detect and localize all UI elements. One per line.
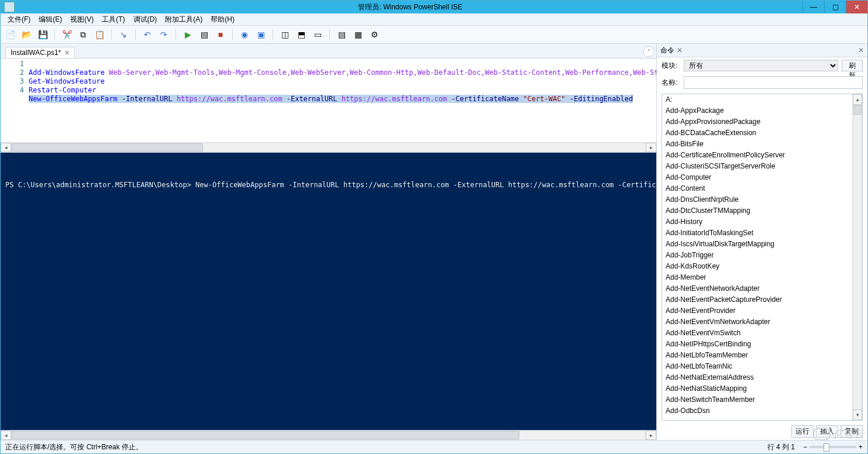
list-item[interactable]: Add-Computer	[662, 172, 852, 183]
tab-installwac[interactable]: InstallWAC.ps1* ✕	[5, 47, 75, 58]
tab-scroll-icon[interactable]: ˄	[643, 46, 654, 57]
list-item[interactable]: Add-ClusteriSCSITargetServerRole	[662, 161, 852, 172]
close-button[interactable]: ✕	[846, 1, 867, 13]
module-select[interactable]: 所有	[684, 60, 838, 71]
list-item[interactable]: Add-NetEventPacketCaptureProvider	[662, 294, 852, 305]
paste-icon[interactable]: 📋	[92, 27, 106, 42]
list-item[interactable]: Add-Content	[662, 183, 852, 194]
list-item[interactable]: Add-NetIPHttpsCertBinding	[662, 339, 852, 350]
scroll-right-icon[interactable]: ▸	[646, 143, 656, 152]
list-item[interactable]: Add-NetNatExternalAddress	[662, 372, 852, 383]
menu-t[interactable]: 工具(T)	[98, 13, 128, 25]
list-item[interactable]: Add-DnsClientNrptRule	[662, 194, 852, 205]
new-file-icon[interactable]: 📄	[3, 27, 17, 42]
breakpoint-icon[interactable]: ◉	[237, 27, 252, 42]
code-content[interactable]: Add-WindowsFeature Web-Server,Web-Mgmt-T…	[29, 59, 656, 142]
show-command-icon[interactable]: ▤	[335, 27, 349, 42]
list-item[interactable]: Add-NetLbfoTeamMember	[662, 350, 852, 361]
insert-button[interactable]: 插入	[816, 425, 838, 438]
run-selection-icon[interactable]: ▤	[197, 27, 211, 42]
list-item[interactable]: Add-History	[662, 216, 852, 228]
command-listbox[interactable]: A:Add-AppxPackageAdd-AppxProvisionedPack…	[662, 94, 852, 420]
layout-side-icon[interactable]: ◫	[278, 27, 292, 42]
separator	[54, 29, 55, 40]
menu-d[interactable]: 调试(D)	[130, 13, 161, 25]
scroll-down-icon[interactable]: ▾	[853, 410, 862, 420]
cut-icon[interactable]: ✂️	[60, 27, 74, 42]
zoom-slider[interactable]: − +	[803, 443, 863, 451]
list-item[interactable]: Add-Member	[662, 272, 852, 283]
list-item[interactable]: Add-CertificateEnrollmentPolicyServer	[662, 150, 852, 161]
menu-a[interactable]: 附加工具(A)	[161, 13, 206, 25]
list-item[interactable]: Add-KdsRootKey	[662, 261, 852, 272]
console-h-scrollbar[interactable]: ◂ ▸	[1, 430, 656, 440]
save-icon[interactable]: 💾	[36, 27, 50, 42]
show-addon-icon[interactable]: ▦	[351, 27, 365, 42]
name-label: 名称:	[662, 78, 680, 88]
menu-h[interactable]: 帮助(H)	[207, 13, 238, 25]
zoom-in-icon[interactable]: +	[859, 443, 863, 451]
clear-icon[interactable]: ↘	[116, 27, 130, 42]
code-editor[interactable]: 1234 Add-WindowsFeature Web-Server,Web-M…	[1, 59, 656, 142]
minimize-button[interactable]: —	[802, 1, 824, 13]
list-item[interactable]: Add-NetEventNetworkAdapter	[662, 283, 852, 294]
tab-close-icon[interactable]: ✕	[64, 49, 70, 57]
layout-full-icon[interactable]: ▭	[311, 27, 325, 42]
scroll-up-icon[interactable]: ▴	[853, 94, 862, 105]
list-item[interactable]: Add-JobTrigger	[662, 250, 852, 261]
tab-strip: InstallWAC.ps1* ✕ ˄	[1, 44, 656, 59]
copy-button[interactable]: 复制	[841, 425, 863, 438]
list-item[interactable]: Add-NetEventProvider	[662, 305, 852, 317]
list-item[interactable]: Add-NetEventVmNetworkAdapter	[662, 317, 852, 328]
list-item[interactable]: Add-NetNatStaticMapping	[662, 383, 852, 394]
app-icon	[4, 2, 15, 12]
menu-e[interactable]: 编辑(E)	[35, 13, 66, 25]
separator	[135, 29, 136, 40]
scroll-left-icon[interactable]: ◂	[1, 143, 11, 152]
console-output[interactable]: PS C:\Users\administrator.MSFTLEARN\Desk…	[1, 153, 656, 430]
remote-icon[interactable]: ▣	[254, 27, 268, 42]
maximize-button[interactable]: ▢	[824, 1, 846, 13]
separator	[232, 29, 233, 40]
list-item[interactable]: Add-OdbcDsn	[662, 405, 852, 417]
list-item[interactable]: Add-AppxProvisionedPackage	[662, 116, 852, 128]
list-item[interactable]: Add-IscsiVirtualDiskTargetMapping	[662, 239, 852, 250]
open-file-icon[interactable]: 📂	[19, 27, 33, 42]
menu-v[interactable]: 视图(V)	[67, 13, 97, 25]
menu-bar: 文件(F)编辑(E)视图(V)工具(T)调试(D)附加工具(A)帮助(H)	[1, 13, 867, 26]
refresh-button[interactable]: 刷新	[842, 60, 863, 71]
toolbar: 📄 📂 💾 ✂️ ⧉ 📋 ↘ ↶ ↷ ▶ ▤ ■ ◉ ▣ ◫ ⬒ ▭ ▤ ▦ ⚙	[1, 26, 867, 44]
list-item[interactable]: Add-InitiatorIdToMaskingSet	[662, 228, 852, 239]
undo-icon[interactable]: ↶	[140, 27, 154, 42]
name-input[interactable]	[684, 76, 863, 89]
zoom-out-icon[interactable]: −	[803, 443, 807, 451]
scroll-right-icon[interactable]: ▸	[646, 431, 656, 440]
list-item[interactable]: Add-BitsFile	[662, 139, 852, 150]
status-bar: 正在运行脚本/选择。可按 Ctrl+Break 停止。 行 4 列 1 − +	[1, 440, 867, 453]
list-item[interactable]: Add-NetSwitchTeamMember	[662, 394, 852, 405]
list-item[interactable]: Add-AppxPackage	[662, 105, 852, 116]
redo-icon[interactable]: ↷	[157, 27, 171, 42]
run-script-icon[interactable]: ▶	[181, 27, 195, 42]
panel-close-icon[interactable]: ✕	[677, 46, 683, 54]
menu-f[interactable]: 文件(F)	[4, 13, 34, 25]
copy-icon[interactable]: ⧉	[76, 27, 90, 42]
line-gutter: 1234	[1, 59, 29, 142]
list-item[interactable]: Add-BCDataCacheExtension	[662, 128, 852, 139]
stop-icon[interactable]: ■	[213, 27, 228, 42]
list-item[interactable]: Add-DtcClusterTMMapping	[662, 205, 852, 216]
tab-label: InstallWAC.ps1*	[11, 49, 61, 57]
options-icon[interactable]: ⚙	[367, 27, 381, 42]
list-v-scrollbar[interactable]: ▴ ▾	[852, 94, 862, 420]
list-item[interactable]: A:	[662, 94, 852, 105]
panel-close-icon[interactable]: ✕	[858, 46, 864, 54]
run-button[interactable]: 运行	[791, 425, 814, 438]
title-bar: 管理员: Windows PowerShell ISE — ▢ ✕	[1, 1, 867, 13]
editor-h-scrollbar[interactable]: ◂ ▸	[1, 142, 656, 152]
list-item[interactable]: Add-NetEventVmSwitch	[662, 328, 852, 339]
list-item[interactable]: Add-NetLbfoTeamNic	[662, 361, 852, 372]
layout-top-icon[interactable]: ⬒	[294, 27, 308, 42]
commands-panel: 命令 ✕ ✕ 模块: 所有 刷新 名称: A:Add-AppxPackageAd…	[657, 44, 867, 440]
scroll-left-icon[interactable]: ◂	[1, 431, 11, 440]
cursor-position: 行 4 列 1	[767, 442, 795, 452]
